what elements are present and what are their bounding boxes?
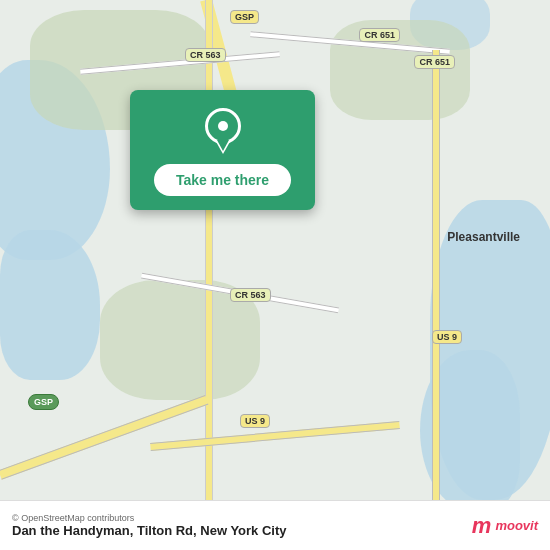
water-body-left2 [0,230,100,380]
pleasantville-label: Pleasantville [447,230,520,244]
cr651-badge-1: CR 651 [359,28,400,42]
location-pin [205,108,241,152]
pin-dot [218,121,228,131]
map-popup: Take me there [130,90,315,210]
moovit-wordmark: moovit [495,518,538,533]
moovit-logo[interactable]: m moovit [472,515,538,537]
osm-attribution: © OpenStreetMap contributors [12,513,287,523]
footer-left: © OpenStreetMap contributors Dan the Han… [12,513,287,538]
road-vertical-main [205,0,213,500]
location-title: Dan the Handyman, Tilton Rd, New York Ci… [12,523,287,538]
green-area-3 [330,20,470,120]
cr563-badge-top: CR 563 [185,48,226,62]
cr563-badge-mid: CR 563 [230,288,271,302]
moovit-m-letter: m [472,515,492,537]
us9-badge-2: US 9 [432,330,462,344]
pin-tail-inner [217,140,229,151]
gsp-badge-bottom: GSP [28,394,59,410]
gsp-badge-top: GSP [230,10,259,24]
footer: © OpenStreetMap contributors Dan the Han… [0,500,550,550]
cr651-badge-2: CR 651 [414,55,455,69]
pin-circle [205,108,241,144]
take-me-there-button[interactable]: Take me there [154,164,291,196]
map-container: CR 563 CR 563 CR 651 CR 651 GSP GSP GSP … [0,0,550,500]
us9-badge-1: US 9 [240,414,270,428]
road-us9-vertical [432,50,440,500]
